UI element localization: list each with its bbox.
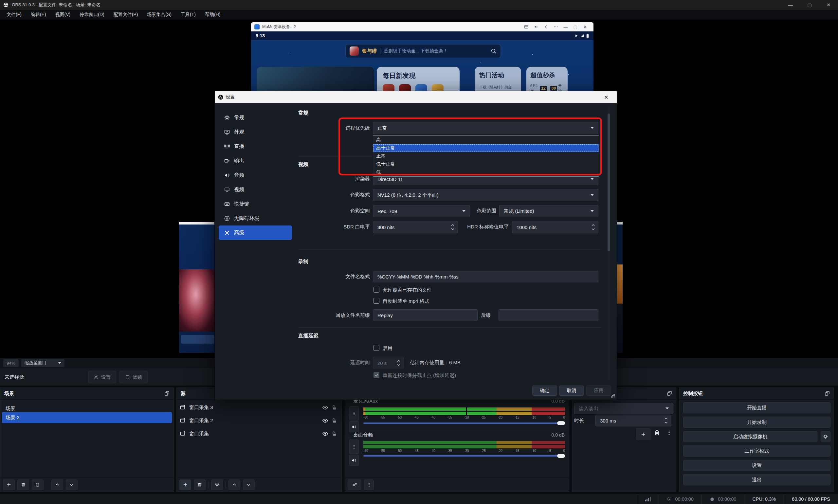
- slider-handle[interactable]: [557, 454, 565, 458]
- dialog-scrollbar-track[interactable]: [608, 106, 610, 380]
- menu-help[interactable]: 帮助(H): [200, 10, 225, 20]
- sdr-white-input[interactable]: 300 nits: [373, 221, 458, 233]
- popout-icon[interactable]: [824, 391, 830, 396]
- transition-menu-button[interactable]: [666, 430, 672, 435]
- popout-icon[interactable]: [164, 391, 170, 396]
- minimize-icon[interactable]: —: [781, 0, 800, 10]
- mute-button[interactable]: [349, 421, 359, 432]
- fit-to-window-dropdown[interactable]: 缩放至窗口: [21, 359, 65, 367]
- dialog-scrollbar-thumb[interactable]: [608, 113, 610, 251]
- settings-tab-output[interactable]: 输出: [219, 154, 292, 168]
- source-item[interactable]: 窗口采集 2: [177, 414, 342, 427]
- source-properties-button[interactable]: 设置: [88, 371, 116, 383]
- spinner-arrows[interactable]: [590, 222, 596, 232]
- tab-label: 直播: [234, 143, 244, 150]
- record-status-icon: [710, 497, 715, 502]
- add-scene-button[interactable]: [3, 480, 15, 490]
- scene-filters-button[interactable]: [32, 480, 43, 490]
- studio-mode-button[interactable]: 工作室模式: [683, 446, 831, 456]
- move-source-up-button[interactable]: [229, 480, 240, 490]
- settings-tab-advanced[interactable]: 高级: [219, 226, 292, 240]
- menu-docks[interactable]: 停靠窗口(D): [75, 10, 109, 20]
- maximize-icon[interactable]: ▢: [800, 0, 819, 10]
- replay-prefix-input[interactable]: Replay: [373, 309, 478, 321]
- settings-tab-stream[interactable]: 直播: [219, 139, 292, 154]
- reconnect-checkbox[interactable]: [374, 372, 379, 378]
- advanced-audio-button[interactable]: [347, 480, 361, 490]
- settings-tab-video[interactable]: 视频: [219, 182, 292, 197]
- move-scene-up-button[interactable]: [51, 480, 63, 490]
- mini-strip: [181, 335, 214, 344]
- add-source-button[interactable]: [179, 480, 191, 490]
- settings-tab-appearance[interactable]: 外观: [219, 125, 292, 139]
- move-scene-down-button[interactable]: [66, 480, 77, 490]
- android-statusbar: 9:13: [251, 32, 593, 40]
- slider-handle[interactable]: [557, 421, 565, 425]
- remux-checkbox[interactable]: [374, 298, 379, 304]
- start-streaming-button[interactable]: 开始直播: [683, 402, 831, 413]
- visibility-icon[interactable]: [322, 418, 328, 424]
- menu-tools[interactable]: 工具(T): [176, 10, 200, 20]
- settings-tab-hotkeys[interactable]: 快捷键: [219, 197, 292, 211]
- spinner-arrows[interactable]: [663, 416, 670, 425]
- menu-edit[interactable]: 编辑(E): [26, 10, 51, 20]
- mixer-menu-button[interactable]: [364, 480, 374, 490]
- menu-profile[interactable]: 配置文件(P): [109, 10, 143, 20]
- menu-view[interactable]: 视图(V): [51, 10, 75, 20]
- transition-select[interactable]: 淡入淡出: [574, 403, 673, 414]
- lock-icon[interactable]: [332, 431, 337, 436]
- dialog-close-icon[interactable]: ✕: [599, 91, 613, 103]
- mute-button[interactable]: [349, 454, 359, 466]
- lock-icon[interactable]: [332, 418, 337, 424]
- virtual-camera-settings-button[interactable]: [821, 431, 831, 442]
- replay-suffix-input[interactable]: [499, 309, 599, 321]
- exit-button[interactable]: 退出: [683, 474, 831, 485]
- filename-format-input[interactable]: %CCYY-%MM-%DD %hh-%mm-%ss: [373, 271, 599, 283]
- visibility-icon[interactable]: [322, 431, 328, 437]
- move-source-down-button[interactable]: [243, 480, 255, 490]
- visibility-icon[interactable]: [322, 404, 328, 411]
- lock-icon[interactable]: [332, 405, 337, 410]
- settings-tab-accessibility[interactable]: 无障碍环境: [219, 211, 292, 226]
- delay-duration-input[interactable]: 20 s: [373, 357, 404, 369]
- resize-grip[interactable]: [611, 394, 615, 398]
- annotation-highlight-box: [338, 118, 602, 176]
- channel-menu-button[interactable]: [349, 439, 359, 454]
- apply-button[interactable]: 应用: [586, 385, 611, 396]
- remove-transition-button[interactable]: [654, 429, 660, 436]
- spinner-arrows[interactable]: [395, 358, 402, 367]
- source-filters-button[interactable]: 滤镜: [120, 371, 148, 383]
- popout-icon[interactable]: [667, 391, 672, 396]
- remove-scene-button[interactable]: [17, 480, 29, 490]
- settings-button[interactable]: 设置: [683, 460, 831, 471]
- source-item[interactable]: 窗口采集: [177, 427, 342, 440]
- settings-tab-audio[interactable]: 音频: [219, 168, 292, 182]
- menu-scene-collection[interactable]: 场景集合(S): [142, 10, 176, 20]
- source-item[interactable]: 窗口采集 3: [177, 401, 342, 414]
- channel-menu-button[interactable]: [349, 406, 359, 420]
- cancel-button[interactable]: 取消: [559, 385, 584, 396]
- spinner-arrows[interactable]: [449, 222, 456, 232]
- tick: -5: [548, 416, 551, 419]
- color-range-select[interactable]: 常规 (Limited): [499, 205, 599, 217]
- color-space-select[interactable]: Rec. 709: [373, 205, 470, 217]
- controls-dock-header: 控制按钮: [679, 388, 834, 400]
- duration-input[interactable]: 300 ms: [595, 415, 671, 427]
- volume-slider[interactable]: [363, 420, 565, 426]
- volume-slider[interactable]: [363, 453, 565, 458]
- scene-item-selected[interactable]: 场景 2: [2, 412, 172, 423]
- start-virtual-camera-button[interactable]: 启动虚拟摄像机: [683, 431, 817, 442]
- delay-enable-checkbox[interactable]: [374, 345, 379, 351]
- remove-source-button[interactable]: [194, 480, 206, 490]
- source-properties-button[interactable]: [211, 480, 223, 490]
- ok-button[interactable]: 确定: [532, 385, 557, 396]
- menu-file[interactable]: 文件(F): [2, 10, 26, 20]
- color-format-select[interactable]: NV12 (8 位, 4:2:0, 2 个平面): [373, 189, 599, 201]
- start-recording-button[interactable]: 开始录制: [683, 417, 831, 428]
- add-transition-button[interactable]: [636, 428, 650, 440]
- overwrite-checkbox[interactable]: [374, 287, 379, 292]
- meter-scale: -60-55-50-45-40-35-30-25-20-15-10-50: [363, 449, 565, 453]
- settings-tab-general[interactable]: 常规: [219, 110, 292, 125]
- hdr-peak-input[interactable]: 1000 nits: [512, 221, 599, 233]
- close-icon[interactable]: ✕: [819, 0, 838, 10]
